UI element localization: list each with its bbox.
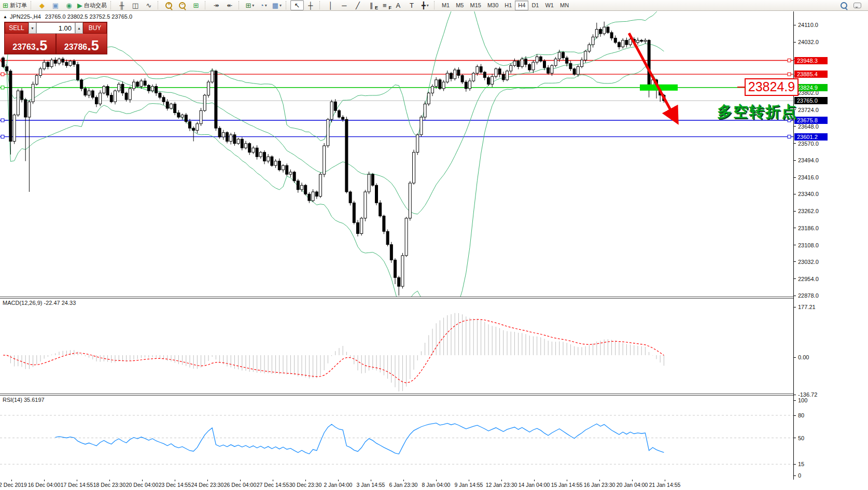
zoom-in-icon[interactable]: +: [162, 0, 176, 10]
price-line-tag: 23824.9: [794, 84, 828, 91]
sell-price-display[interactable]: 23763 .5: [5, 34, 55, 54]
time-tick-label: 9 Jan 14:55: [455, 482, 483, 488]
timeframe-h1[interactable]: H1: [501, 1, 515, 10]
terminal-icon[interactable]: ▣: [49, 0, 62, 10]
time-tick-label: 12 Jan 23:30: [486, 482, 517, 488]
timeframe-m15[interactable]: M15: [467, 1, 484, 10]
rsi-axis-label: 0: [794, 472, 801, 479]
sell-button[interactable]: SELL: [5, 22, 29, 34]
timeframe-m1[interactable]: M1: [439, 1, 453, 10]
volume-decrease-button[interactable]: ▼: [29, 22, 36, 34]
time-tick: [469, 480, 469, 481]
time-tick: [403, 480, 404, 481]
template-button[interactable]: ▦▾: [270, 0, 284, 10]
fibonacci-button[interactable]: ≡F: [378, 0, 391, 10]
trendline-button[interactable]: ╱: [351, 0, 365, 10]
time-tick: [436, 480, 437, 481]
rsi-label: RSI(14) 35.6197: [3, 397, 45, 403]
new-order-button[interactable]: ⊞新订单: [1, 0, 29, 10]
timeframe-w1[interactable]: W1: [542, 1, 557, 10]
bar-chart-icon[interactable]: ╫: [115, 0, 129, 10]
price-line-tag: 23675.8: [794, 117, 828, 124]
price-tick-label: 23494.0: [794, 157, 819, 164]
line-chart-icon[interactable]: ∿: [142, 0, 156, 10]
price-tick-label: 23724.0: [794, 106, 819, 114]
price-tick-label: 24032.0: [794, 38, 819, 46]
volume-input[interactable]: 1.00: [36, 22, 75, 34]
price-axis: 24110.024032.023954.023878.023802.023724…: [793, 11, 868, 480]
profiles-button[interactable]: ◔▾: [257, 0, 270, 10]
cursor-button[interactable]: ↖: [290, 0, 304, 10]
price-line-tag: 23601.2: [794, 133, 828, 141]
text-label-button[interactable]: T: [405, 0, 418, 10]
price-callout-box[interactable]: 23824.9: [745, 78, 799, 96]
timeframe-m30[interactable]: M30: [484, 1, 501, 10]
search-icon[interactable]: [837, 0, 850, 10]
rsi-indicator-pane[interactable]: [0, 396, 793, 479]
sell-price-frac: .5: [36, 39, 48, 52]
tile-windows-icon[interactable]: ⊞: [189, 0, 203, 10]
time-tick: [240, 480, 241, 481]
time-tick: [338, 480, 339, 481]
price-tick-label: 22954.0: [794, 275, 819, 283]
autotrading-button[interactable]: ▶自动交易: [76, 0, 108, 10]
candlestick-icon[interactable]: ◫: [129, 0, 142, 10]
time-tick: [599, 480, 600, 481]
buy-button[interactable]: BUY: [83, 22, 107, 34]
volume-increase-button[interactable]: ▲: [75, 22, 83, 34]
auto-scroll-icon[interactable]: ↠: [209, 0, 223, 10]
time-tick: [501, 480, 502, 481]
collapse-panel-icon[interactable]: ▲: [3, 15, 7, 19]
time-tick: [632, 480, 633, 481]
time-tick-label: 12 Dec 2019: [0, 482, 27, 488]
time-tick: [109, 480, 110, 481]
pane-splitter[interactable]: [0, 297, 868, 299]
time-tick-label: 6 Jan 23:30: [389, 482, 418, 488]
arrows-button[interactable]: ╋▾: [418, 0, 432, 10]
price-tick-label: 24110.0: [794, 21, 818, 29]
timeframe-mn[interactable]: MN: [557, 1, 572, 10]
pane-splitter[interactable]: [0, 394, 868, 396]
rsi-axis-label: 50: [794, 435, 804, 442]
price-tick-label: 23570.0: [794, 140, 819, 147]
time-tick-label: 16 Dec 04:00: [28, 482, 60, 488]
time-tick: [142, 480, 143, 481]
ohlc-values: 23765.0 23802.5 23752.5 23765.0: [45, 13, 132, 20]
time-tick-label: 30 Dec 23:30: [289, 482, 321, 488]
timeframe-m5[interactable]: M5: [453, 1, 467, 10]
toolbar-separator: [286, 1, 288, 9]
callout-connector: [737, 87, 745, 88]
price-tick-label: 23032.0: [794, 258, 819, 265]
crosshair-button[interactable]: ┼: [304, 0, 317, 10]
turning-point-note[interactable]: 多空转折点: [700, 102, 797, 122]
timeframe-h4[interactable]: H4: [515, 1, 528, 10]
zoom-out-icon[interactable]: −: [176, 0, 189, 10]
macd-label: MACD(12,26,9) -22.47 24.33: [3, 300, 76, 306]
signals-icon[interactable]: ◉: [62, 0, 76, 10]
time-tick: [534, 480, 535, 481]
buy-price-frac: .5: [87, 39, 99, 52]
timeframe-d1[interactable]: D1: [528, 1, 542, 10]
toolbar-separator: [31, 1, 33, 9]
buy-price-main: 23786: [64, 43, 88, 52]
symbol-period-label: JPN225-,H4: [10, 13, 41, 20]
time-tick-label: 21 Jan 14:55: [649, 482, 681, 488]
channel-button[interactable]: ∥E: [365, 0, 378, 10]
time-tick: [11, 480, 12, 481]
chart-shift-icon[interactable]: ↞: [223, 0, 236, 10]
main-price-chart[interactable]: [0, 11, 793, 297]
new-chart-button[interactable]: ⊞▾: [243, 0, 257, 10]
toolbar-separator: [158, 1, 160, 9]
metaeditor-icon[interactable]: ◆: [35, 0, 49, 10]
macd-indicator-pane[interactable]: [0, 299, 793, 394]
buy-price-display[interactable]: 23786 .5: [57, 34, 107, 54]
price-line-tag: 23885.4: [794, 71, 828, 78]
horizontal-line-button[interactable]: ─: [338, 0, 351, 10]
vertical-line-button[interactable]: │: [324, 0, 338, 10]
price-tick-label: 23416.0: [794, 174, 819, 181]
chat-icon[interactable]: [850, 0, 864, 10]
price-line-tag: 23765.0: [794, 97, 828, 104]
rsi-axis-label: 15: [794, 460, 804, 468]
text-button[interactable]: A: [391, 0, 405, 10]
time-tick: [305, 480, 306, 481]
